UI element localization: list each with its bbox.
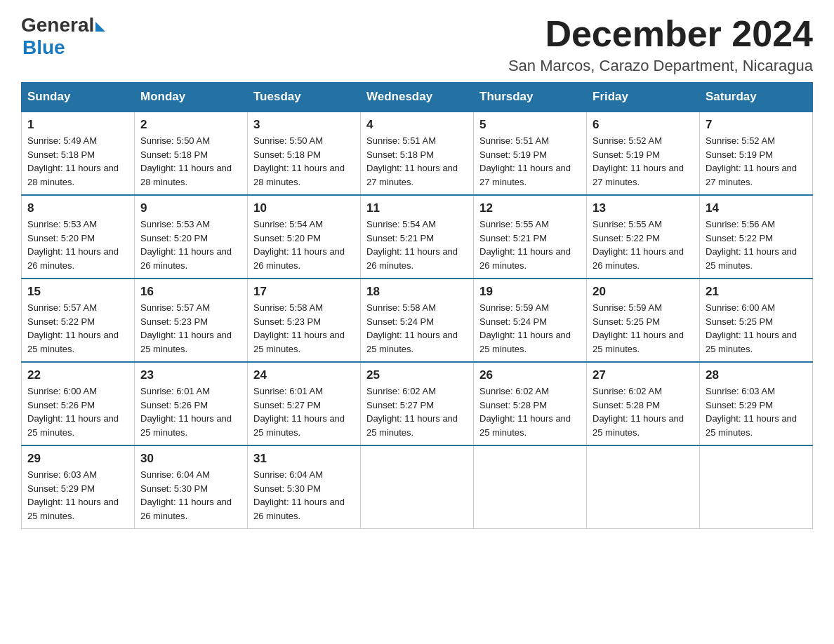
calendar-cell: 9Sunrise: 5:53 AMSunset: 5:20 PMDaylight… [135, 195, 248, 279]
calendar-cell: 31Sunrise: 6:04 AMSunset: 5:30 PMDayligh… [248, 445, 361, 529]
day-info: Sunrise: 6:04 AMSunset: 5:30 PMDaylight:… [140, 468, 241, 523]
day-info: Sunrise: 5:53 AMSunset: 5:20 PMDaylight:… [140, 217, 241, 272]
day-info: Sunrise: 5:51 AMSunset: 5:19 PMDaylight:… [479, 134, 581, 189]
day-info: Sunrise: 5:57 AMSunset: 5:22 PMDaylight:… [27, 301, 128, 356]
day-number: 28 [706, 368, 807, 382]
calendar-cell: 10Sunrise: 5:54 AMSunset: 5:20 PMDayligh… [248, 195, 361, 279]
location-title: San Marcos, Carazo Department, Nicaragua [508, 57, 813, 75]
title-section: December 2024 San Marcos, Carazo Departm… [508, 14, 813, 75]
day-of-week-header: Friday [587, 83, 700, 112]
calendar-cell: 4Sunrise: 5:51 AMSunset: 5:18 PMDaylight… [361, 112, 474, 195]
calendar-cell: 20Sunrise: 5:59 AMSunset: 5:25 PMDayligh… [587, 279, 700, 362]
day-number: 21 [706, 285, 807, 299]
day-info: Sunrise: 5:50 AMSunset: 5:18 PMDaylight:… [140, 134, 241, 189]
day-number: 18 [366, 285, 468, 299]
day-number: 13 [593, 201, 694, 215]
calendar-cell: 26Sunrise: 6:02 AMSunset: 5:28 PMDayligh… [474, 362, 587, 445]
day-number: 17 [253, 285, 355, 299]
calendar-cell: 17Sunrise: 5:58 AMSunset: 5:23 PMDayligh… [248, 279, 361, 362]
calendar-cell: 2Sunrise: 5:50 AMSunset: 5:18 PMDaylight… [135, 112, 248, 195]
day-of-week-header: Wednesday [361, 83, 474, 112]
day-info: Sunrise: 5:54 AMSunset: 5:21 PMDaylight:… [366, 217, 468, 272]
day-number: 5 [479, 118, 581, 132]
logo: General Blue [21, 14, 105, 59]
day-number: 11 [366, 201, 468, 215]
calendar-cell: 12Sunrise: 5:55 AMSunset: 5:21 PMDayligh… [474, 195, 587, 279]
day-info: Sunrise: 5:55 AMSunset: 5:21 PMDaylight:… [479, 217, 581, 272]
day-info: Sunrise: 5:54 AMSunset: 5:20 PMDaylight:… [253, 217, 355, 272]
day-info: Sunrise: 5:53 AMSunset: 5:20 PMDaylight:… [27, 217, 128, 272]
calendar-cell: 11Sunrise: 5:54 AMSunset: 5:21 PMDayligh… [361, 195, 474, 279]
calendar-cell: 3Sunrise: 5:50 AMSunset: 5:18 PMDaylight… [248, 112, 361, 195]
day-number: 4 [366, 118, 468, 132]
calendar-cell: 19Sunrise: 5:59 AMSunset: 5:24 PMDayligh… [474, 279, 587, 362]
calendar-cell [587, 445, 700, 529]
day-info: Sunrise: 6:00 AMSunset: 5:25 PMDaylight:… [706, 301, 807, 356]
calendar-cell: 27Sunrise: 6:02 AMSunset: 5:28 PMDayligh… [587, 362, 700, 445]
week-row: 22Sunrise: 6:00 AMSunset: 5:26 PMDayligh… [22, 362, 813, 445]
calendar-cell: 29Sunrise: 6:03 AMSunset: 5:29 PMDayligh… [22, 445, 135, 529]
calendar-cell [474, 445, 587, 529]
day-number: 6 [593, 118, 694, 132]
calendar-cell: 7Sunrise: 5:52 AMSunset: 5:19 PMDaylight… [700, 112, 813, 195]
day-info: Sunrise: 6:03 AMSunset: 5:29 PMDaylight:… [27, 468, 128, 523]
day-number: 8 [27, 201, 128, 215]
calendar-cell: 5Sunrise: 5:51 AMSunset: 5:19 PMDaylight… [474, 112, 587, 195]
day-info: Sunrise: 5:59 AMSunset: 5:24 PMDaylight:… [479, 301, 581, 356]
calendar-cell: 14Sunrise: 5:56 AMSunset: 5:22 PMDayligh… [700, 195, 813, 279]
day-number: 2 [140, 118, 241, 132]
day-info: Sunrise: 5:56 AMSunset: 5:22 PMDaylight:… [706, 217, 807, 272]
day-number: 16 [140, 285, 241, 299]
day-number: 22 [27, 368, 128, 382]
day-info: Sunrise: 6:00 AMSunset: 5:26 PMDaylight:… [27, 384, 128, 439]
day-number: 24 [253, 368, 355, 382]
day-of-week-header: Tuesday [248, 83, 361, 112]
calendar-cell: 21Sunrise: 6:00 AMSunset: 5:25 PMDayligh… [700, 279, 813, 362]
day-info: Sunrise: 5:58 AMSunset: 5:24 PMDaylight:… [366, 301, 468, 356]
calendar-cell: 25Sunrise: 6:02 AMSunset: 5:27 PMDayligh… [361, 362, 474, 445]
day-number: 3 [253, 118, 355, 132]
day-number: 12 [479, 201, 581, 215]
week-row: 29Sunrise: 6:03 AMSunset: 5:29 PMDayligh… [22, 445, 813, 529]
day-info: Sunrise: 5:57 AMSunset: 5:23 PMDaylight:… [140, 301, 241, 356]
week-row: 8Sunrise: 5:53 AMSunset: 5:20 PMDaylight… [22, 195, 813, 279]
day-number: 10 [253, 201, 355, 215]
calendar-cell: 6Sunrise: 5:52 AMSunset: 5:19 PMDaylight… [587, 112, 700, 195]
logo-general-text: General [21, 14, 94, 36]
day-of-week-header: Sunday [22, 83, 135, 112]
day-info: Sunrise: 5:55 AMSunset: 5:22 PMDaylight:… [593, 217, 694, 272]
day-info: Sunrise: 5:52 AMSunset: 5:19 PMDaylight:… [593, 134, 694, 189]
calendar-table: SundayMondayTuesdayWednesdayThursdayFrid… [21, 82, 813, 529]
calendar-cell: 8Sunrise: 5:53 AMSunset: 5:20 PMDaylight… [22, 195, 135, 279]
day-info: Sunrise: 6:02 AMSunset: 5:28 PMDaylight:… [479, 384, 581, 439]
page-header: General Blue December 2024 San Marcos, C… [21, 14, 813, 75]
day-number: 14 [706, 201, 807, 215]
day-number: 7 [706, 118, 807, 132]
logo-arrow-icon [95, 22, 105, 32]
day-info: Sunrise: 6:02 AMSunset: 5:27 PMDaylight:… [366, 384, 468, 439]
day-of-week-header: Saturday [700, 83, 813, 112]
calendar-cell: 22Sunrise: 6:00 AMSunset: 5:26 PMDayligh… [22, 362, 135, 445]
day-number: 27 [593, 368, 694, 382]
day-info: Sunrise: 6:02 AMSunset: 5:28 PMDaylight:… [593, 384, 694, 439]
day-info: Sunrise: 5:49 AMSunset: 5:18 PMDaylight:… [27, 134, 128, 189]
day-of-week-header: Thursday [474, 83, 587, 112]
calendar-cell: 23Sunrise: 6:01 AMSunset: 5:26 PMDayligh… [135, 362, 248, 445]
calendar-cell: 1Sunrise: 5:49 AMSunset: 5:18 PMDaylight… [22, 112, 135, 195]
day-of-week-header: Monday [135, 83, 248, 112]
calendar-cell: 30Sunrise: 6:04 AMSunset: 5:30 PMDayligh… [135, 445, 248, 529]
day-info: Sunrise: 5:59 AMSunset: 5:25 PMDaylight:… [593, 301, 694, 356]
day-number: 1 [27, 118, 128, 132]
calendar-cell: 16Sunrise: 5:57 AMSunset: 5:23 PMDayligh… [135, 279, 248, 362]
calendar-cell: 24Sunrise: 6:01 AMSunset: 5:27 PMDayligh… [248, 362, 361, 445]
calendar-header-row: SundayMondayTuesdayWednesdayThursdayFrid… [22, 83, 813, 112]
week-row: 15Sunrise: 5:57 AMSunset: 5:22 PMDayligh… [22, 279, 813, 362]
day-number: 29 [27, 452, 128, 466]
day-number: 26 [479, 368, 581, 382]
calendar-cell: 13Sunrise: 5:55 AMSunset: 5:22 PMDayligh… [587, 195, 700, 279]
day-info: Sunrise: 6:04 AMSunset: 5:30 PMDaylight:… [253, 468, 355, 523]
calendar-cell: 28Sunrise: 6:03 AMSunset: 5:29 PMDayligh… [700, 362, 813, 445]
calendar-cell: 15Sunrise: 5:57 AMSunset: 5:22 PMDayligh… [22, 279, 135, 362]
day-info: Sunrise: 6:01 AMSunset: 5:26 PMDaylight:… [140, 384, 241, 439]
calendar-cell: 18Sunrise: 5:58 AMSunset: 5:24 PMDayligh… [361, 279, 474, 362]
